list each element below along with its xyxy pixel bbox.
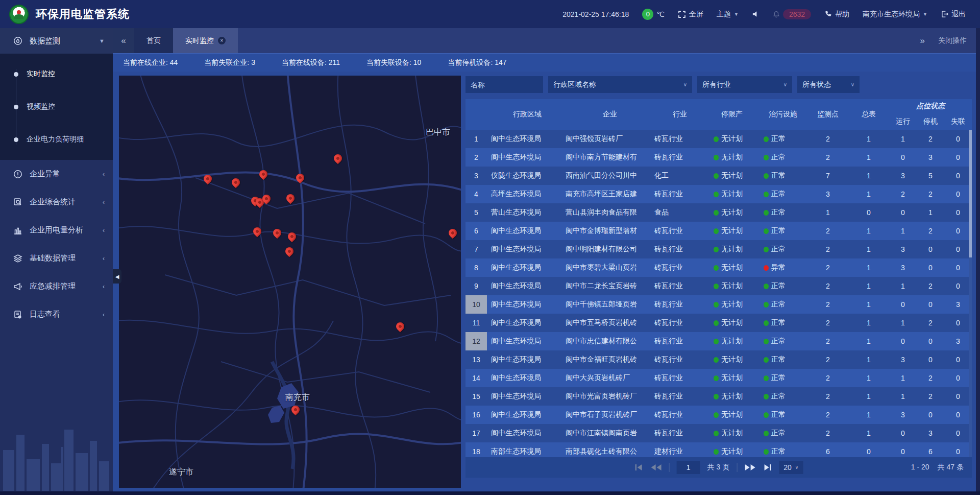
col-header-running: 运行 — [889, 113, 917, 130]
prev-page-button[interactable] — [651, 464, 662, 471]
stat-online-devices: 当前在线设备: 211 — [282, 58, 340, 67]
table-row[interactable]: 13 阆中生态环境局 阆中市金福旺页岩机砖 砖瓦行业 无计划 正常 2 1 3 … — [465, 350, 972, 369]
app-window: 环保用电监管系统 2021-02-25 17:46:18 0 ℃ 全屏 主题▼ — [0, 0, 980, 495]
status-dot-green — [714, 431, 719, 436]
status-dot-green — [764, 210, 769, 216]
sidebar-submenu: 实时监控 视频监控 企业电力负荷明细 — [0, 54, 113, 160]
sidebar-item-emergency-reduction[interactable]: 应急减排管理 ‹ — [0, 272, 113, 300]
sidebar-item-enterprise-stats[interactable]: 企业综合统计 ‹ — [0, 188, 113, 216]
tabs-scroll-left-button[interactable]: « — [113, 28, 134, 53]
tab-realtime-monitor[interactable]: 实时监控 × — [173, 28, 238, 53]
region-filter-select[interactable]: 行政区域名称 ∨ — [548, 76, 692, 93]
map-roads-decoration — [119, 76, 461, 488]
status-dot-green — [764, 357, 769, 363]
notification-count-badge: 2632 — [783, 9, 811, 19]
logout-button[interactable]: 退出 — [941, 10, 966, 19]
monitor-icon — [13, 36, 22, 45]
table-row[interactable]: 18 南部生态环境局 南部县砚化土砖有限公 建材行业 无计划 正常 6 0 0 … — [465, 442, 972, 457]
bullet-icon — [14, 72, 18, 77]
table-row[interactable]: 9 阆中生态环境局 阆中市二龙长宝页岩砖 砖瓦行业 无计划 正常 2 1 1 2… — [465, 277, 972, 295]
sidebar-item-video-monitor[interactable]: 视频监控 — [0, 90, 113, 123]
sidebar-item-realtime-monitor[interactable]: 实时监控 — [0, 58, 113, 90]
next-page-button[interactable] — [744, 464, 755, 471]
sound-button[interactable] — [752, 10, 760, 18]
datetime-display: 2021-02-25 17:46:18 — [562, 10, 629, 18]
table-row[interactable]: 15 阆中生态环境局 阆中市光富页岩机砖厂 砖瓦行业 无计划 正常 2 1 1 … — [465, 387, 972, 406]
table-row[interactable]: 17 阆中生态环境局 阆中市江南镇阆南页岩 砖瓦行业 无计划 正常 2 1 0 … — [465, 424, 972, 442]
name-filter-field[interactable] — [465, 76, 543, 93]
name-filter-input[interactable] — [471, 81, 538, 89]
status-dot-green — [764, 155, 769, 160]
chevron-left-icon: ‹ — [103, 311, 105, 318]
table-row[interactable]: 11 阆中生态环境局 阆中市五马桥页岩机砖 砖瓦行业 无计划 正常 2 1 1 … — [465, 314, 972, 332]
sidebar-item-base-data[interactable]: 基础数据管理 ‹ — [0, 244, 113, 272]
table-row[interactable]: 4 高坪生态环境局 南充市高坪区王家店建 砖瓦行业 无计划 正常 3 1 2 2… — [465, 185, 972, 203]
status-filter-select[interactable]: 所有状态 ∨ — [797, 76, 860, 93]
map-city-label-bazhong: 巴中市 — [426, 127, 450, 138]
industry-filter-select[interactable]: 所有行业 ∨ — [697, 76, 792, 93]
last-page-button[interactable] — [763, 464, 772, 471]
first-page-button[interactable] — [634, 464, 644, 471]
fullscreen-button[interactable]: 全屏 — [678, 10, 703, 19]
log-document-icon — [13, 310, 22, 319]
sidebar-item-log-view[interactable]: 日志查看 ‹ — [0, 300, 113, 328]
total-pages-label: 共 3 页 — [707, 463, 730, 472]
col-header-points: 监测点 — [807, 99, 848, 130]
status-dot-green — [714, 320, 719, 326]
right-edge-strip — [976, 28, 980, 491]
sidebar-item-power-load-detail[interactable]: 企业电力负荷明细 — [0, 123, 113, 156]
table-row[interactable]: 10 阆中生态环境局 阆中千佛镇五郎垭页岩 砖瓦行业 无计划 正常 2 1 0 … — [465, 295, 972, 314]
col-header-meters: 总表 — [848, 99, 889, 130]
table-scrollbar[interactable] — [969, 130, 972, 457]
tab-home[interactable]: 首页 — [134, 28, 173, 53]
table-body: 1 阆中生态环境局 阆中强锐页岩砖厂 砖瓦行业 无计划 正常 2 1 1 2 0… — [465, 130, 972, 457]
table-row[interactable]: 6 阆中生态环境局 阆中市金博瑞新型墙材 砖瓦行业 无计划 正常 2 1 1 2… — [465, 222, 972, 240]
status-dot-green — [714, 136, 719, 142]
page-number-input[interactable] — [677, 461, 700, 474]
status-dot-green — [764, 412, 769, 418]
phone-icon — [824, 10, 832, 18]
bottom-edge-strip — [0, 491, 980, 495]
sidebar-item-enterprise-abnormal[interactable]: 企业异常 ‹ — [0, 160, 113, 188]
help-button[interactable]: 帮助 — [824, 10, 849, 19]
org-dropdown[interactable]: 南充市生态环境局▼ — [863, 10, 927, 19]
app-logo-icon — [9, 5, 29, 24]
table-row[interactable]: 2 阆中生态环境局 阆中市南方节能建材有 砖瓦行业 无计划 正常 2 1 0 3… — [465, 148, 972, 167]
status-dot-green — [714, 173, 719, 179]
enterprise-panel: 行政区域名称 ∨ 所有行业 ∨ 所有状态 ∨ 行政区域 企业 行业 停限产 治污… — [465, 76, 976, 488]
sidebar-item-power-analysis[interactable]: 企业用电量分析 ‹ — [0, 216, 113, 244]
record-total-label: 共 47 条 — [938, 463, 964, 472]
table-row[interactable]: 12 阆中生态环境局 阆中市忠信建材有限公 砖瓦行业 无计划 正常 2 1 0 … — [465, 332, 972, 350]
page-size-select[interactable]: 20 ∨ — [779, 461, 803, 474]
chevron-left-icon: ‹ — [103, 199, 105, 206]
tab-close-icon[interactable]: × — [218, 37, 226, 44]
scrollbar-thumb[interactable] — [969, 130, 972, 257]
stats-bar: 当前在线企业: 44 当前失联企业: 3 当前在线设备: 211 当前失联设备:… — [113, 53, 980, 72]
table-row[interactable]: 16 阆中生态环境局 阆中市石子页岩机砖厂 砖瓦行业 无计划 正常 2 1 3 … — [465, 406, 972, 424]
speaker-icon — [752, 10, 760, 18]
sidebar-group-data-monitor[interactable]: 数据监测 ▼ — [0, 28, 113, 54]
status-dot-green — [714, 247, 719, 252]
bullet-icon — [14, 137, 18, 142]
panel-collapse-handle[interactable]: ◀ — [113, 269, 121, 284]
table-row[interactable]: 1 阆中生态环境局 阆中强锐页岩砖厂 砖瓦行业 无计划 正常 2 1 1 2 0 — [465, 130, 972, 148]
status-dot-green — [714, 394, 719, 399]
table-row[interactable]: 7 阆中生态环境局 阆中明阳建材有限公司 砖瓦行业 无计划 正常 2 1 3 0… — [465, 240, 972, 258]
table-row[interactable]: 3 仪陇生态环境局 西南油气田分公司川中 化工 无计划 正常 7 1 3 5 0 — [465, 167, 972, 185]
status-dot-green — [764, 375, 769, 381]
stat-offline-enterprises: 当前失联企业: 3 — [204, 58, 255, 67]
exit-icon — [941, 10, 948, 18]
tabs-scroll-right-button[interactable]: » — [920, 36, 925, 46]
table-row[interactable]: 14 阆中生态环境局 阆中大兴页岩机砖厂 砖瓦行业 无计划 正常 2 1 1 2… — [465, 369, 972, 387]
map-panel[interactable]: 巴中市 南充市 遂宁市 — [119, 76, 461, 488]
table-row[interactable]: 5 营山生态环境局 营山县润丰肉食品有限 食品 无计划 正常 1 0 0 1 0 — [465, 203, 972, 222]
chevron-down-icon: ▼ — [99, 38, 105, 44]
chevron-left-icon: ‹ — [103, 283, 105, 290]
notification-area[interactable]: 2632 — [773, 9, 811, 19]
filter-bar: 行政区域名称 ∨ 所有行业 ∨ 所有状态 ∨ — [465, 76, 976, 93]
table-row[interactable]: 8 阆中生态环境局 阆中市枣碧大梁山页岩 砖瓦行业 无计划 异常 2 1 3 0… — [465, 258, 972, 277]
bar-chart-icon — [13, 226, 22, 235]
theme-dropdown[interactable]: 主题▼ — [717, 10, 739, 19]
status-dot-green — [714, 302, 719, 308]
close-operations-button[interactable]: 关闭操作 — [938, 36, 967, 45]
